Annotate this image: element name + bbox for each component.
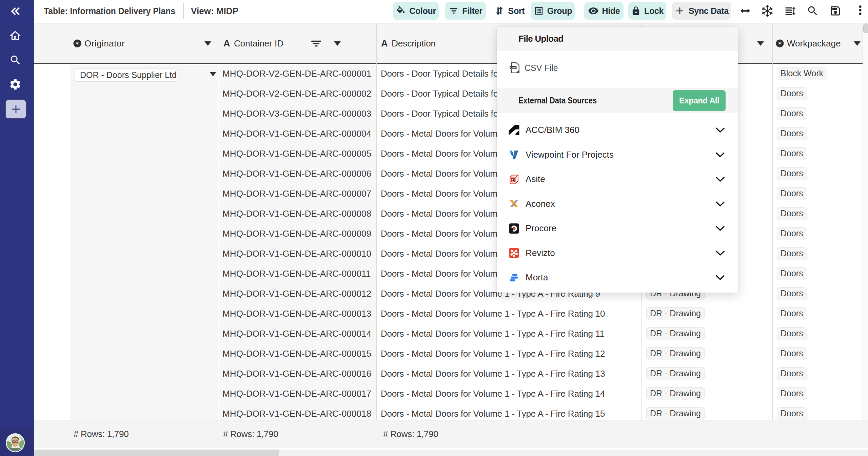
svg-text:CSV: CSV [510,66,516,69]
